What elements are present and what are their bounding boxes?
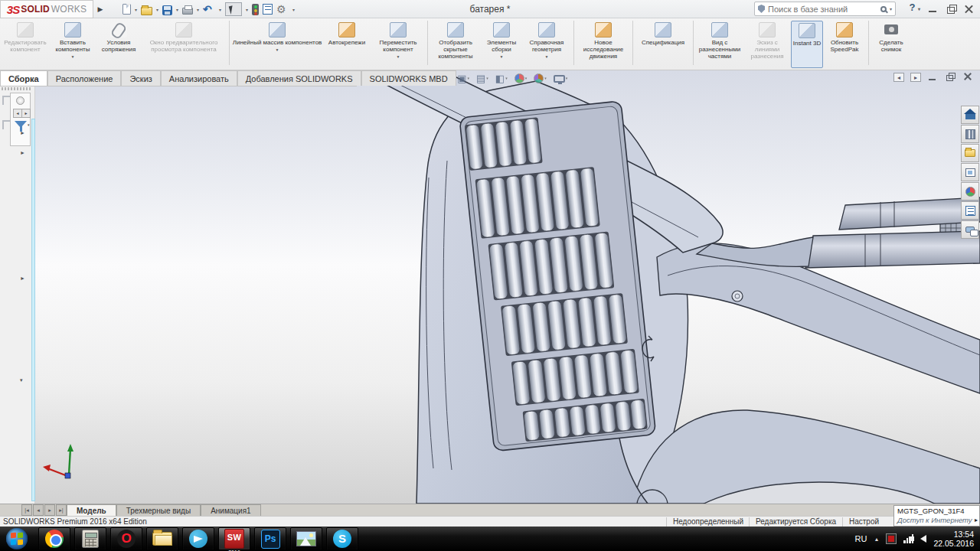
ribbon-separator [632,21,633,65]
taskbar-skype[interactable]: S [326,527,358,550]
ribbon-insert-components[interactable]: Вставить компоненты ▼ [49,21,96,68]
print-icon[interactable] [182,8,193,15]
collapse-right-button[interactable]: ▸ [21,109,31,118]
ribbon-show-hidden-components[interactable]: Отобразить скрытые компоненты [430,21,481,68]
tree-expand-arrow[interactable]: ► [20,276,25,281]
battery-pack[interactable] [459,101,656,452]
rebuild-traffic-light-icon[interactable] [252,4,259,15]
ribbon-component-preview-window: Окно предварительного просмотра компонен… [141,21,227,68]
save-icon[interactable] [162,5,172,15]
last-tab-button[interactable]: ▸| [56,504,67,516]
show-hidden-icons[interactable]: ▲ [874,536,880,542]
appearances-icon[interactable] [961,182,979,201]
volume-icon[interactable] [920,535,926,543]
view-palette-icon[interactable] [961,163,979,181]
clock[interactable]: 13:54 22.05.2016 [933,530,974,548]
filter-funnel-icon[interactable] [15,121,27,128]
prev-tab-button[interactable]: ◂ [33,504,44,516]
language-indicator[interactable]: RU [855,534,867,543]
search-icon[interactable] [880,6,887,12]
tab-evaluate[interactable]: Анализировать [161,70,237,86]
ribbon-instant-3d[interactable]: Instant 3D [791,21,823,68]
tab-animation1[interactable]: Анимация1 [201,504,261,516]
close-button[interactable] [962,3,976,15]
doc-restore-button[interactable] [945,72,956,82]
ribbon-reference-geometry[interactable]: Справочная геометрия ▼ [522,21,571,68]
tree-expand-arrow[interactable]: ► [20,130,25,135]
taskbar-opera[interactable]: O [110,527,142,550]
rollback-bar[interactable] [31,119,35,501]
ribbon-move-component[interactable]: Переместить компонент ▼ [371,21,425,68]
doc-minimize-button[interactable] [927,72,939,82]
knowledge-base-search[interactable]: ▾ [754,2,896,16]
tab-3d-views[interactable]: Трехмерные виды [116,504,201,516]
antivirus-tray-icon[interactable] [886,533,897,544]
home-icon[interactable] [961,106,979,124]
taskbar-file-explorer[interactable] [146,527,178,550]
previous-document-icon[interactable]: ◂ [893,73,904,82]
part-tube-lower[interactable] [805,231,980,268]
tab-solidworks-addins[interactable]: Добавления SOLIDWORKS [237,70,361,86]
model-tabs-bar: |◂ ◂ ▸ ▸| Модель Трехмерные виды Анимаци… [0,504,980,516]
menu-expand-arrow[interactable]: ▶ [95,2,106,17]
panel-splitter[interactable] [2,87,32,90]
detail-hole[interactable] [732,291,743,302]
options-gear-icon[interactable]: ⚙ [276,3,289,15]
viewport-3d[interactable]: ↶ ◫ ▣▾ ▤▾ ◧▾ ▾ ▾ ▾ ◂ ▸ [0,70,980,504]
file-explorer-icon[interactable] [961,144,979,162]
apply-scene-icon[interactable]: ▾ [534,73,547,84]
cad-model[interactable] [0,70,980,504]
edit-appearance-icon[interactable]: ▾ [514,73,528,84]
tab-solidworks-mbd[interactable]: SOLIDWORKS MBD [361,70,456,86]
task-list-icon[interactable] [263,4,273,15]
taskbar-chrome[interactable] [38,527,70,550]
undo-icon[interactable]: ↶ [203,3,215,15]
tree-expand-arrow[interactable]: ► [20,150,25,155]
display-style-icon[interactable]: ▤▾ [476,73,488,84]
minimize-button[interactable] [926,3,940,15]
new-document-icon[interactable] [122,4,131,15]
feature-manager-panel: ◂ ▸ ▾ ► ► ► ▾ [0,86,35,504]
tree-display-button[interactable] [16,96,24,105]
forum-icon[interactable] [961,220,979,239]
tab-model[interactable]: Модель [67,504,116,516]
next-tab-button[interactable]: ▸ [44,504,55,516]
tab-layout[interactable]: Расположение [47,70,122,86]
select-cursor-icon[interactable] [225,2,242,16]
view-settings-icon[interactable]: ▾ [554,73,568,84]
ribbon-update-speedpak[interactable]: Обновить SpeedPak [823,21,866,68]
open-icon[interactable] [141,7,152,15]
next-document-icon[interactable]: ▸ [910,73,921,82]
ribbon-linear-pattern[interactable]: Линейный массив компонентов ▼ [232,21,322,68]
doc-close-button[interactable] [962,72,974,82]
start-button[interactable] [6,528,28,549]
ribbon-bill-of-materials[interactable]: Спецификация [635,21,691,68]
command-tabs: Сборка Расположение Эскиз Анализировать … [0,70,357,86]
taskbar-photo-viewer[interactable] [290,527,322,550]
ribbon-assembly-features[interactable]: Элементы сборки ▼ [481,21,522,68]
help-button[interactable]: ? ▾ [909,2,920,13]
settings-label[interactable]: Настрой [842,517,893,527]
view-orientation-icon[interactable]: ▣▾ [457,73,469,84]
custom-properties-icon[interactable] [961,201,979,220]
design-library-icon[interactable] [961,125,979,143]
taskbar-photoshop[interactable]: Ps [254,527,286,550]
tab-assembly[interactable]: Сборка [0,70,47,86]
ribbon-mate[interactable]: Условия сопряжения [96,21,141,68]
network-status: Доступ к Интернету [897,516,976,525]
ribbon-new-motion-study[interactable]: Новое исследование движения [577,21,630,68]
hide-show-items-icon[interactable]: ◧▾ [495,73,508,84]
ribbon-take-snapshot[interactable]: Сделать снимок [871,21,911,68]
restore-button[interactable] [945,3,959,15]
taskbar-calculator[interactable] [74,527,106,550]
first-tab-button[interactable]: |◂ [21,504,32,516]
taskbar-telegram[interactable] [182,527,214,550]
taskbar-solidworks[interactable]: SW 2016 [218,527,250,550]
ribbon-exploded-view[interactable]: Вид с разнесенными частями [696,21,743,68]
tree-collapse-arrow[interactable]: ▾ [20,377,23,383]
tab-sketch[interactable]: Эскиз [121,70,160,86]
bill-of-materials-icon [655,22,671,37]
search-input[interactable] [768,5,877,14]
insert-components-icon [64,22,81,37]
ribbon-smart-fasteners[interactable]: Автокрепежи [322,21,371,68]
